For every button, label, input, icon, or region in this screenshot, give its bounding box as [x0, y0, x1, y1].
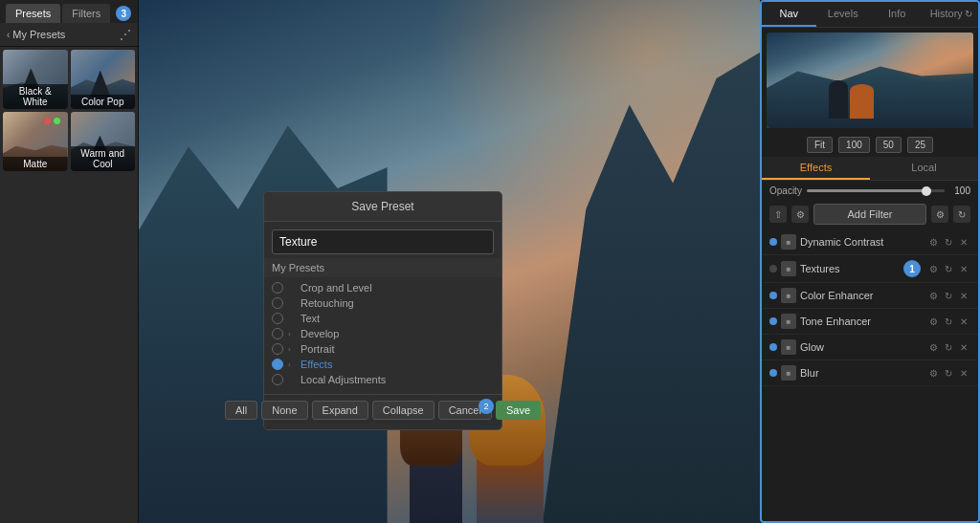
tree-item-develop[interactable]: › Develop — [272, 326, 494, 341]
layer-close-glow[interactable]: ✕ — [957, 340, 970, 354]
tree-item-local: Local Adjustments — [272, 372, 494, 387]
presets-header-label: My Presets — [12, 29, 65, 40]
zoom-50[interactable]: 50 — [876, 137, 902, 153]
tree-check-portrait[interactable] — [272, 343, 283, 355]
tree-label-develop: Develop — [301, 328, 339, 339]
tree-check-effects[interactable] — [272, 359, 283, 370]
add-filter-row: ⇧ ⚙ Add Filter ⚙ ↻ — [762, 201, 978, 229]
dialog-collapse-btn[interactable]: Collapse — [372, 401, 434, 420]
tab-levels[interactable]: Levels — [816, 2, 871, 27]
tab-filters[interactable]: Filters — [62, 4, 110, 23]
layer-mask-color-enhancer: ■ — [781, 288, 796, 303]
tree-check-develop[interactable] — [272, 328, 283, 339]
layer-name-tone-enhancer: Tone Enhancer — [800, 316, 923, 327]
preset-matte-label: Matte — [3, 157, 68, 171]
tree-item-portrait[interactable]: › Portrait — [272, 341, 494, 357]
tree-label-effects: Effects — [301, 359, 332, 370]
layer-settings-tone-enhancer[interactable]: ⚙ — [926, 315, 940, 328]
layer-settings-blur[interactable]: ⚙ — [926, 366, 940, 380]
layer-undo-glow[interactable]: ↻ — [942, 340, 955, 354]
tab-effects[interactable]: Effects — [762, 157, 870, 180]
layer-close-tone-enhancer[interactable]: ✕ — [957, 315, 970, 328]
layer-textures[interactable]: ■ Textures 1 ⚙ ↻ ✕ — [762, 255, 978, 283]
tab-nav[interactable]: Nav — [762, 2, 816, 27]
dialog-expand-btn[interactable]: Expand — [312, 401, 368, 420]
preset-name-input[interactable] — [272, 229, 494, 254]
tree-arrow-effects: › — [288, 360, 296, 369]
layer-mask-blur: ■ — [781, 365, 796, 381]
opacity-slider[interactable] — [807, 189, 945, 192]
left-panel: Presets Filters 3 ‹ My Presets ⋰ Black &… — [0, 0, 139, 523]
undo-icon[interactable]: ↻ — [953, 206, 970, 223]
tree-check-local[interactable] — [272, 374, 283, 385]
settings-icon[interactable]: ⚙ — [931, 206, 948, 223]
camera-icon[interactable]: ⚙ — [791, 206, 809, 223]
dialog-none-btn[interactable]: None — [261, 401, 307, 420]
layer-close-dynamic-contrast[interactable]: ✕ — [957, 235, 970, 249]
layer-undo-textures[interactable]: ↻ — [942, 262, 955, 275]
tab-presets[interactable]: Presets — [6, 4, 60, 23]
layer-close-blur[interactable]: ✕ — [957, 366, 970, 380]
tree-label-portrait: Portrait — [301, 343, 334, 355]
layer-mask-glow: ■ — [781, 339, 796, 355]
preset-bw[interactable]: Black & White — [3, 50, 68, 109]
layer-name-blur: Blur — [800, 367, 923, 379]
filter-badge: 3 — [116, 6, 131, 21]
tab-history[interactable]: History ↻ — [924, 2, 979, 27]
presets-grid: Black & White Color Pop M — [0, 47, 138, 174]
preset-matte[interactable]: Matte — [3, 112, 68, 171]
upload-icon[interactable]: ⇧ — [769, 206, 787, 223]
dialog-badge-2: 2 — [479, 399, 494, 414]
preset-colorpop[interactable]: Color Pop — [71, 50, 136, 109]
dialog-save-btn[interactable]: Save — [496, 401, 541, 420]
tab-info[interactable]: Info — [870, 2, 924, 27]
preset-bw-label: Black & White — [3, 84, 68, 109]
layer-tone-enhancer[interactable]: ■ Tone Enhancer ⚙ ↻ ✕ — [762, 309, 978, 335]
presets-back[interactable]: ‹ My Presets — [7, 29, 65, 40]
grid-icon[interactable]: ⋰ — [120, 28, 131, 41]
layer-dot-glow — [769, 343, 777, 351]
layer-settings-dynamic-contrast[interactable]: ⚙ — [926, 235, 940, 249]
layers-badge-1: 1 — [903, 260, 921, 277]
layer-settings-textures[interactable]: ⚙ — [926, 262, 940, 275]
layer-name-textures: Textures — [800, 263, 900, 274]
effects-local-tabs: Effects Local — [762, 157, 978, 181]
zoom-25[interactable]: 25 — [907, 137, 933, 153]
layer-settings-color-enhancer[interactable]: ⚙ — [926, 289, 940, 302]
tree-check-retouching[interactable] — [272, 297, 283, 309]
tree-arrow-portrait: › — [288, 345, 296, 354]
layer-close-textures[interactable]: ✕ — [957, 262, 970, 275]
layer-undo-blur[interactable]: ↻ — [942, 366, 955, 380]
zoom-100[interactable]: 100 — [838, 137, 870, 153]
layer-settings-glow[interactable]: ⚙ — [926, 340, 940, 354]
layer-dot-tone-enhancer — [769, 317, 777, 325]
preset-warmcool[interactable]: Warm and Cool — [71, 112, 136, 171]
layer-undo-color-enhancer[interactable]: ↻ — [942, 289, 955, 302]
tree-item-effects[interactable]: › Effects — [272, 357, 494, 372]
tree-check-text[interactable] — [272, 313, 283, 324]
tab-local[interactable]: Local — [870, 157, 978, 180]
tree-check-crop[interactable] — [272, 282, 283, 294]
layer-color-enhancer[interactable]: ■ Color Enhancer ⚙ ↻ ✕ — [762, 283, 978, 309]
layer-close-color-enhancer[interactable]: ✕ — [957, 289, 970, 302]
zoom-fit[interactable]: Fit — [807, 137, 833, 153]
layer-mask-textures: ■ — [781, 261, 796, 276]
dialog-all-btn[interactable]: All — [225, 401, 257, 420]
tree-item-text: Text — [272, 311, 494, 326]
save-preset-dialog: Save Preset My Presets Crop and Level Re… — [263, 191, 502, 430]
layer-undo-tone-enhancer[interactable]: ↻ — [942, 315, 955, 328]
right-panel: Nav Levels Info History ↻ Fit 100 50 25 … — [760, 0, 980, 523]
layer-dot-color-enhancer — [769, 292, 777, 299]
layer-dynamic-contrast[interactable]: ■ Dynamic Contrast ⚙ ↻ ✕ — [762, 229, 978, 255]
dialog-section-label: My Presets — [264, 258, 501, 277]
layer-blur[interactable]: ■ Blur ⚙ ↻ ✕ — [762, 360, 978, 386]
layer-mask-dynamic-contrast: ■ — [781, 234, 796, 250]
dot-red — [44, 118, 51, 124]
layer-glow[interactable]: ■ Glow ⚙ ↻ ✕ — [762, 335, 978, 360]
opacity-label: Opacity — [769, 185, 802, 196]
preset-colorpop-label: Color Pop — [71, 95, 136, 109]
nav-zoom-row: Fit 100 50 25 — [762, 133, 978, 157]
dialog-tree: Crop and Level Retouching Text › Develop — [264, 277, 501, 390]
layer-undo-dynamic-contrast[interactable]: ↻ — [942, 235, 955, 249]
add-filter-button[interactable]: Add Filter — [813, 204, 926, 225]
